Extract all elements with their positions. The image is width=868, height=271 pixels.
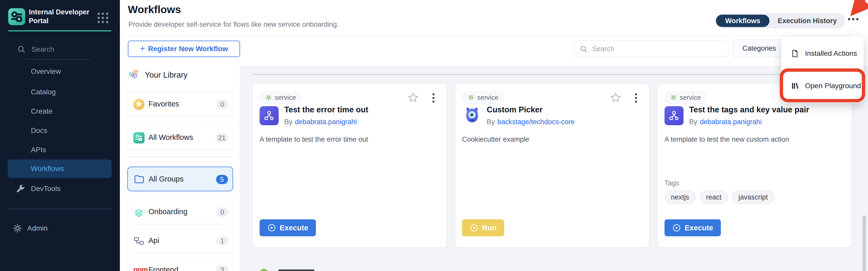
run-button[interactable]: Run bbox=[462, 219, 504, 236]
favorite-star-icon[interactable] bbox=[407, 92, 419, 104]
execute-button[interactable]: Execute bbox=[664, 219, 721, 236]
card-description: Cookiecutter example bbox=[462, 135, 529, 143]
clipped-section-title bbox=[278, 269, 314, 271]
divider bbox=[128, 156, 232, 157]
kind-chip: service bbox=[664, 91, 706, 104]
author-link[interactable]: backstage/techdocs-core bbox=[498, 118, 575, 126]
tags-row: nextjs react javascript bbox=[664, 191, 774, 204]
tab-workflows[interactable]: Workflows bbox=[716, 15, 770, 27]
card-author-row: Bybackstage/techdocs-core bbox=[487, 118, 575, 126]
library-header: Your Library bbox=[128, 69, 188, 81]
folder-icon bbox=[133, 174, 145, 185]
cubes-icon bbox=[128, 69, 140, 81]
layers-icon bbox=[133, 206, 145, 218]
author-link[interactable]: debabrata.panigrahi bbox=[295, 118, 357, 126]
search-input[interactable] bbox=[574, 41, 728, 57]
page-subtitle: Provide developer self-service for flows… bbox=[128, 21, 339, 29]
sidebar-item-admin[interactable]: Admin bbox=[12, 222, 110, 235]
sidebar-item-docs[interactable]: Docs bbox=[31, 127, 47, 135]
count-badge: 21 bbox=[216, 133, 228, 142]
tag-chip: javascript bbox=[732, 191, 774, 204]
card-menu-button[interactable] bbox=[430, 92, 437, 104]
sidebar-item-apis[interactable]: APIs bbox=[31, 146, 46, 154]
sidebar-item-create[interactable]: Create bbox=[31, 107, 53, 115]
count-badge: 0 bbox=[216, 207, 228, 217]
author-link[interactable]: debabrata.panigrahi bbox=[700, 118, 762, 126]
workflow-search bbox=[574, 41, 728, 57]
apps-grid-icon[interactable] bbox=[97, 12, 108, 23]
categories-dropdown[interactable]: Categories bbox=[733, 40, 786, 57]
card-description: A template to test the error time out bbox=[259, 135, 368, 143]
workflow-tile-icon bbox=[133, 132, 145, 143]
card-description: A template to test the new custom action bbox=[664, 135, 789, 143]
favorite-star-icon[interactable] bbox=[610, 92, 622, 104]
play-circle-icon bbox=[267, 224, 276, 232]
kind-chip: service bbox=[462, 91, 504, 104]
kind-chip: service bbox=[259, 91, 301, 104]
app-title: Internal Developer Portal bbox=[29, 8, 93, 25]
annotation-highlight-ring bbox=[780, 68, 865, 102]
register-new-workflow-button[interactable]: + Register New Workflow bbox=[128, 41, 240, 57]
sidebar-item-overview[interactable]: Overview bbox=[31, 67, 61, 76]
card-menu-button[interactable] bbox=[633, 92, 639, 104]
tags-label: Tags bbox=[664, 179, 679, 187]
library-item-all-groups[interactable]: All Groups 5 bbox=[127, 167, 233, 191]
sidebar-item-workflows[interactable]: Workflows bbox=[8, 160, 112, 178]
gear-icon bbox=[12, 223, 23, 233]
view-toggle: Workflows Execution History bbox=[715, 13, 845, 28]
tag-chip: react bbox=[700, 191, 728, 204]
card-title: Custom Picker bbox=[487, 105, 542, 114]
plus-icon: + bbox=[140, 43, 145, 54]
search-icon bbox=[580, 45, 588, 53]
sidebar-item-label: Workflows bbox=[31, 165, 64, 173]
library-item-api[interactable]: Api 1 bbox=[127, 228, 233, 253]
divider bbox=[25, 59, 91, 60]
template-icon bbox=[259, 106, 279, 125]
wrench-icon bbox=[16, 184, 25, 194]
page-title: Workflows bbox=[128, 4, 181, 16]
annotation-arrow bbox=[841, 0, 868, 19]
tag-chip: nextjs bbox=[664, 191, 695, 204]
hexagon-icon bbox=[258, 267, 270, 271]
card-author-row: Bydebabrata.panigrahi bbox=[689, 118, 762, 126]
card-title: Test the error time out bbox=[284, 105, 368, 114]
sidebar-item-label: DevTools bbox=[31, 184, 60, 193]
library-item-favorites[interactable]: Favorites 0 bbox=[127, 92, 233, 116]
sidebar-item-devtools[interactable]: DevTools bbox=[16, 182, 113, 195]
sidebar-accent-divider bbox=[8, 30, 111, 31]
execute-button[interactable]: Execute bbox=[259, 219, 316, 236]
library-item-frontend[interactable]: npm Frontend 3 bbox=[127, 257, 233, 271]
count-badge: 0 bbox=[216, 100, 228, 109]
gear-icon bbox=[265, 94, 272, 101]
divider bbox=[120, 36, 868, 36]
play-circle-icon bbox=[470, 224, 478, 232]
app-logo bbox=[8, 8, 25, 25]
document-icon bbox=[790, 49, 799, 58]
sidebar-item-label: Admin bbox=[27, 224, 48, 232]
library-item-onboarding[interactable]: Onboarding 0 bbox=[127, 200, 233, 224]
workflow-card: service Test the error time out Bydebabr… bbox=[253, 84, 447, 247]
template-icon bbox=[664, 106, 684, 125]
workflow-logo-icon bbox=[8, 8, 25, 25]
vertical-scrollbar[interactable] bbox=[862, 215, 866, 271]
sidebar-search-label: Search bbox=[31, 45, 54, 54]
npm-icon: npm bbox=[133, 266, 145, 271]
count-badge: 3 bbox=[216, 265, 228, 271]
star-circle-icon bbox=[133, 99, 145, 110]
section-divider bbox=[253, 74, 849, 75]
gear-icon bbox=[670, 94, 677, 101]
card-author-row: Bydebabrata.panigrahi bbox=[284, 118, 357, 126]
library-title: Your Library bbox=[145, 70, 188, 80]
menu-item-installed-actions[interactable]: Installed Actions bbox=[781, 43, 864, 64]
workflow-card: service Test the tags and key value pair… bbox=[657, 84, 852, 247]
sitemap-icon bbox=[133, 235, 145, 246]
library-item-all-workflows[interactable]: All Workflows 21 bbox=[127, 125, 233, 150]
divider bbox=[8, 209, 112, 209]
sidebar-item-catalog[interactable]: Catalog bbox=[31, 88, 56, 96]
play-circle-icon bbox=[672, 224, 681, 232]
search-icon bbox=[17, 45, 26, 54]
tab-execution-history[interactable]: Execution History bbox=[770, 17, 845, 25]
count-badge: 1 bbox=[216, 236, 228, 245]
workflow-card: service Custom Picker Bybackstage/techdo… bbox=[455, 84, 649, 247]
sidebar-search[interactable]: Search bbox=[17, 44, 102, 55]
